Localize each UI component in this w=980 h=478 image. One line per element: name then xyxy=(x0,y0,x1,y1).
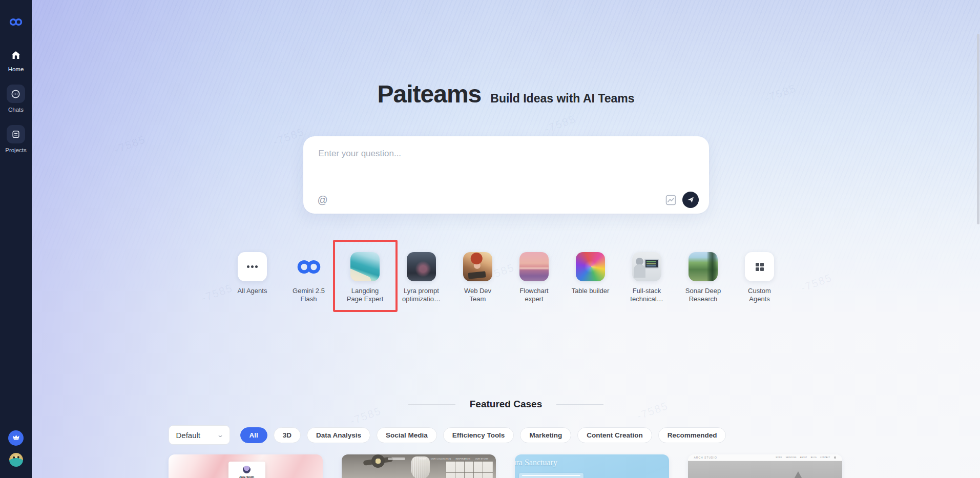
agent-item-sonar-deep-research[interactable]: Sonar Deep Research xyxy=(678,252,729,303)
main-area: -7585 -7585 -7585 -7585 -7585 -7585 -758… xyxy=(32,0,980,478)
sidebar-item-label: Home xyxy=(8,66,24,72)
case-card-portfolio[interactable]: Jane Smith Digital Creator & Web Develop… xyxy=(169,454,323,478)
person-icon xyxy=(834,456,836,459)
agent-label: Custom Agents xyxy=(738,287,781,303)
sanctuary-info-box xyxy=(519,473,583,478)
infinity-logo-icon xyxy=(294,252,323,281)
send-plane-icon xyxy=(686,196,695,204)
page-title: Paiteams xyxy=(378,80,482,108)
case-card-interior[interactable]: HOME OUR COLLECTION INSPIRATION OUR STOR… xyxy=(342,454,496,478)
mini-nav-item: OUR STORY xyxy=(475,458,488,460)
agent-item-lyra-prompt[interactable]: Lyra prompt optimizatio… xyxy=(396,252,447,303)
sanctuary-title: ura Sanctuary xyxy=(515,458,557,467)
agent-label: Lyra prompt optimizatio… xyxy=(400,287,443,303)
question-composer: @ xyxy=(303,136,709,214)
agent-label: Gemini 2.5 Flash xyxy=(287,287,330,303)
agent-label: All Agents xyxy=(238,287,267,295)
swirl-thumbnail-icon xyxy=(576,252,605,281)
arch-hero: MINIMAL xyxy=(688,461,842,478)
sidebar-item-projects[interactable]: Projects xyxy=(5,125,27,153)
app-logo-infinity-icon[interactable] xyxy=(9,17,23,29)
user-avatar[interactable] xyxy=(9,453,23,467)
window-shape xyxy=(446,461,493,478)
grid-tile-icon xyxy=(745,252,774,281)
mini-nav-item: OUR COLLECTION xyxy=(431,458,451,460)
chats-ellipsis-icon xyxy=(7,85,25,103)
filter-pill-efficiency-tools[interactable]: Efficiency Tools xyxy=(443,427,514,443)
filter-pill-recommended[interactable]: Recommended xyxy=(658,427,726,443)
sidebar-item-label: Projects xyxy=(5,147,27,153)
watermark-text: -7585 xyxy=(113,133,148,156)
filter-pill-data-analysis[interactable]: Data Analysis xyxy=(307,427,370,443)
filter-pills: All 3D Data Analysis Social Media Effici… xyxy=(240,427,726,443)
sidebar-item-label: Chats xyxy=(8,107,24,113)
agent-label: Full-stack technical… xyxy=(625,287,669,303)
mention-icon[interactable]: @ xyxy=(318,194,328,206)
mini-nav-item: SERVICES xyxy=(786,456,797,459)
agent-item-web-dev-team[interactable]: Web Dev Team xyxy=(452,252,504,303)
mini-nav-item: INSPIRATION xyxy=(456,458,471,460)
mini-site-nav: HOME OUR COLLECTION INSPIRATION OUR STOR… xyxy=(420,458,489,460)
agent-item-all-agents[interactable]: All Agents xyxy=(227,252,278,303)
upgrade-button[interactable] xyxy=(8,430,24,446)
beach-thumbnail-icon xyxy=(350,252,380,281)
filter-pill-marketing[interactable]: Marketing xyxy=(520,427,571,443)
projects-doc-icon xyxy=(7,125,25,143)
case-card-sanctuary[interactable]: ura Sanctuary xyxy=(515,454,669,478)
send-button[interactable] xyxy=(682,192,699,208)
agent-label: Web Dev Team xyxy=(456,287,499,303)
watermark-text: -7585 xyxy=(272,126,306,148)
question-input[interactable] xyxy=(319,149,694,184)
page-subtitle: Build Ideas with AI Teams xyxy=(490,92,634,106)
agent-item-custom-agents[interactable]: Custom Agents xyxy=(734,252,785,303)
sidebar-item-home[interactable]: Home xyxy=(8,50,24,72)
filter-pill-content-creation[interactable]: Content Creation xyxy=(577,427,652,443)
image-upload-icon[interactable] xyxy=(665,194,677,206)
home-icon xyxy=(11,50,21,63)
crown-icon xyxy=(12,433,20,443)
mini-site-logo xyxy=(388,458,405,460)
forest-thumbnail-icon xyxy=(689,252,718,281)
arch-topnav: ARCH STUDIO WORK SERVICES ABOUT BLOG CON… xyxy=(688,454,842,461)
featured-heading: Featured Cases xyxy=(470,399,543,410)
mini-nav-item: WORK xyxy=(776,456,782,459)
agent-item-table-builder[interactable]: Table builder xyxy=(565,252,616,303)
case-cards-row: Jane Smith Digital Creator & Web Develop… xyxy=(169,454,844,478)
filter-pill-social-media[interactable]: Social Media xyxy=(377,427,437,443)
mini-nav-item: ABOUT xyxy=(800,456,807,459)
mini-nav-item: CONTACT xyxy=(820,456,830,459)
mini-nav-item: HOME xyxy=(420,458,426,460)
sidebar-item-chats[interactable]: Chats xyxy=(7,85,25,113)
storm-thumbnail-icon xyxy=(407,252,436,281)
sidebar-bottom xyxy=(8,430,24,478)
webdev-thumbnail-icon xyxy=(463,252,492,281)
filter-pill-all[interactable]: All xyxy=(240,427,267,443)
agent-label: Sonar Deep Research xyxy=(682,287,725,303)
agents-row: All Agents Gemini 2.5 Flash Langding Pag… xyxy=(32,252,980,303)
sidebar: Home Chats Projects xyxy=(0,0,32,478)
profile-avatar xyxy=(243,466,251,473)
divider-line xyxy=(556,404,603,405)
featured-heading-row: Featured Cases xyxy=(32,399,980,410)
watermark-text: -7585 xyxy=(543,113,578,135)
hero-section: Paiteams Build Ideas with AI Teams xyxy=(32,0,980,108)
sort-dropdown-value: Default xyxy=(176,431,201,440)
agent-item-langding-page-expert[interactable]: Langding Page Expert xyxy=(340,252,391,303)
sunset-thumbnail-icon xyxy=(519,252,549,281)
cartoon-coder-thumbnail-icon xyxy=(632,252,661,281)
sort-dropdown[interactable]: Default ⌄ xyxy=(169,425,230,445)
agent-item-gemini[interactable]: Gemini 2.5 Flash xyxy=(283,252,335,303)
composer-toolbar: @ xyxy=(318,192,699,208)
agent-item-full-stack[interactable]: Full-stack technical… xyxy=(621,252,673,303)
case-card-arch-studio[interactable]: MINIMAL ARCH STUDIO WORK SERVICES ABOUT … xyxy=(688,454,842,478)
filter-pill-3d[interactable]: 3D xyxy=(274,427,301,443)
agent-item-flowchart-expert[interactable]: Flowchart expert xyxy=(509,252,560,303)
chevron-down-icon: ⌄ xyxy=(217,431,224,439)
ellipsis-tile-icon xyxy=(238,252,267,281)
agent-label: Langding Page Expert xyxy=(344,287,387,303)
featured-cases-section: Featured Cases Default ⌄ All 3D Data Ana… xyxy=(32,399,980,478)
profile-panel: Jane Smith Digital Creator & Web Develop… xyxy=(228,462,265,478)
scrollbar[interactable] xyxy=(977,34,979,224)
sidebar-nav: Home Chats Projects xyxy=(5,50,27,165)
profile-name: Jane Smith xyxy=(228,475,265,478)
